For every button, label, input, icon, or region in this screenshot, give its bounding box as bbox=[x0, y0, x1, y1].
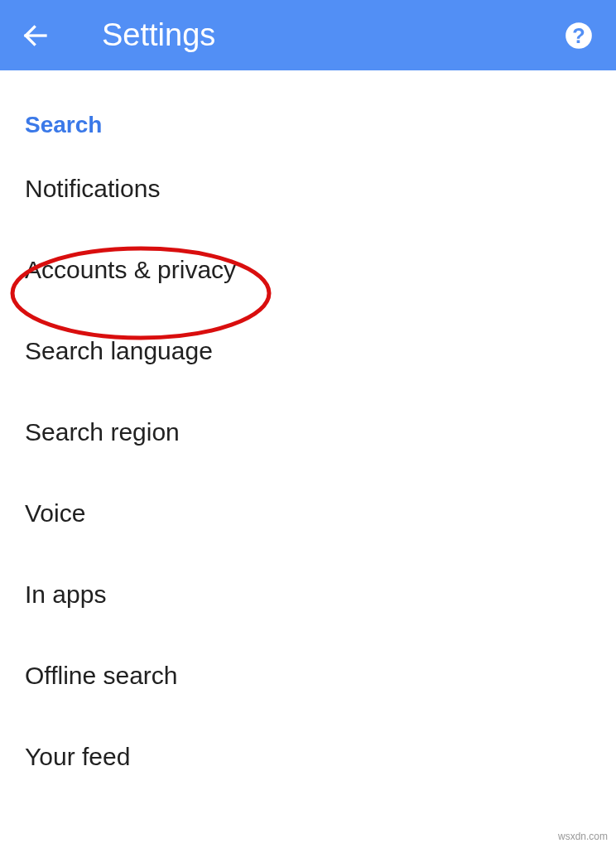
list-item-label: Notifications bbox=[25, 175, 160, 202]
list-item-accounts-privacy[interactable]: Accounts & privacy bbox=[0, 229, 616, 311]
list-item-search-language[interactable]: Search language bbox=[0, 311, 616, 392]
list-item-label: In apps bbox=[25, 581, 106, 608]
list-item-label: Accounts & privacy bbox=[25, 256, 236, 283]
list-item-label: Offline search bbox=[25, 662, 178, 689]
help-icon[interactable]: ? bbox=[562, 19, 595, 52]
page-title: Settings bbox=[102, 17, 562, 53]
settings-content: Search Notifications Accounts & privacy … bbox=[0, 70, 616, 797]
list-item-label: Search language bbox=[25, 337, 213, 364]
list-item-label: Voice bbox=[25, 499, 85, 527]
watermark: wsxdn.com bbox=[555, 830, 611, 843]
back-icon[interactable] bbox=[21, 21, 51, 51]
list-item-label: Your feed bbox=[25, 743, 130, 770]
list-item-your-feed[interactable]: Your feed bbox=[0, 716, 616, 797]
svg-text:?: ? bbox=[572, 23, 585, 46]
list-item-label: Search region bbox=[25, 418, 180, 446]
list-item-in-apps[interactable]: In apps bbox=[0, 554, 616, 635]
section-header-search: Search bbox=[0, 70, 616, 148]
list-item-search-region[interactable]: Search region bbox=[0, 392, 616, 473]
list-item-offline-search[interactable]: Offline search bbox=[0, 635, 616, 716]
app-toolbar: Settings ? bbox=[0, 0, 616, 70]
list-item-notifications[interactable]: Notifications bbox=[0, 148, 616, 229]
list-item-voice[interactable]: Voice bbox=[0, 473, 616, 554]
